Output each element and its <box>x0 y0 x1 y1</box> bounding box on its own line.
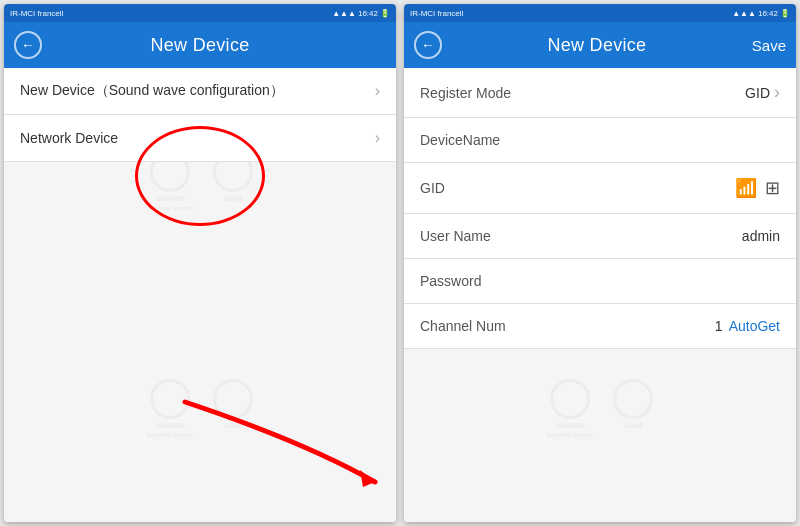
right-signal: ▲▲▲ <box>732 9 756 18</box>
right-title-bar: ← New Device Save <box>404 22 796 68</box>
wifi-icon[interactable]: 📶 <box>735 177 757 199</box>
right-watermark-sam2: SAM <box>613 379 653 438</box>
register-mode-value-group: GID › <box>745 82 780 103</box>
menu-item-sound-wave-chevron: › <box>375 82 380 100</box>
right-content: GUARD Security System SAM GUARD Security… <box>404 68 796 522</box>
device-name-label: DeviceName <box>420 132 500 148</box>
form-row-password[interactable]: Password <box>404 259 796 304</box>
form-row-gid[interactable]: GID 📶 ⊞ <box>404 163 796 214</box>
form-row-device-name[interactable]: DeviceName <box>404 118 796 163</box>
left-battery: 🔋 <box>380 9 390 18</box>
right-panel: IR-MCI francell ▲▲▲ 16:42 🔋 ← New Device… <box>404 4 796 522</box>
left-carrier: IR-MCI francell <box>10 9 63 18</box>
menu-item-sound-wave-label: New Device（Sound wave configuration） <box>20 82 284 100</box>
form-row-user-name[interactable]: User Name admin <box>404 214 796 259</box>
left-signal: ▲▲▲ <box>332 9 356 18</box>
menu-item-sound-wave[interactable]: New Device（Sound wave configuration） › <box>4 68 396 115</box>
channel-num-value: 1 <box>715 318 723 334</box>
user-name-label: User Name <box>420 228 491 244</box>
left-watermark-row2: GUARD Security System SAM <box>147 379 254 438</box>
channel-num-value-group: 1 AutoGet <box>715 318 780 334</box>
right-carrier: IR-MCI francell <box>410 9 463 18</box>
right-status-bar: IR-MCI francell ▲▲▲ 16:42 🔋 <box>404 4 796 22</box>
left-time: 16:42 <box>358 9 378 18</box>
right-watermark-row2: GUARD Security System SAM <box>547 379 654 438</box>
menu-item-network-device-label: Network Device <box>20 130 118 146</box>
right-back-icon: ← <box>421 37 435 53</box>
red-arrow <box>4 322 396 522</box>
menu-item-network-device-chevron: › <box>375 129 380 147</box>
left-watermark-sam2: SAM <box>213 379 253 438</box>
right-status-left: IR-MCI francell <box>410 9 463 18</box>
menu-item-network-device[interactable]: Network Device › <box>4 115 396 162</box>
right-status-right: ▲▲▲ 16:42 🔋 <box>732 9 790 18</box>
svg-marker-0 <box>360 470 375 487</box>
left-title-bar: ← New Device <box>4 22 396 68</box>
left-back-icon: ← <box>21 37 35 53</box>
user-name-value: admin <box>742 228 780 244</box>
password-label: Password <box>420 273 481 289</box>
left-title: New Device <box>42 35 358 56</box>
register-mode-label: Register Mode <box>420 85 511 101</box>
left-status-bar: IR-MCI francell ▲▲▲ 16:42 🔋 <box>4 4 396 22</box>
left-status-right: ▲▲▲ 16:42 🔋 <box>332 9 390 18</box>
left-panel: IR-MCI francell ▲▲▲ 16:42 🔋 ← New Device… <box>4 4 396 522</box>
right-back-button[interactable]: ← <box>414 31 442 59</box>
autoget-button[interactable]: AutoGet <box>729 318 780 334</box>
register-mode-value: GID <box>745 85 770 101</box>
channel-num-label: Channel Num <box>420 318 506 334</box>
left-status-left: IR-MCI francell <box>10 9 63 18</box>
gid-icons-group: 📶 ⊞ <box>727 177 780 199</box>
right-time: 16:42 <box>758 9 778 18</box>
right-battery: 🔋 <box>780 9 790 18</box>
right-watermark-guard2: GUARD Security System <box>547 379 594 438</box>
form-row-channel-num[interactable]: Channel Num 1 AutoGet <box>404 304 796 349</box>
save-button[interactable]: Save <box>752 37 786 54</box>
form-row-register-mode[interactable]: Register Mode GID › <box>404 68 796 118</box>
gid-label: GID <box>420 180 445 196</box>
qr-icon[interactable]: ⊞ <box>765 177 780 199</box>
register-mode-chevron-icon: › <box>774 82 780 103</box>
left-watermark-guard2: GUARD Security System <box>147 379 194 438</box>
left-content: GUARD Security System SAM GUARD Security… <box>4 68 396 522</box>
left-back-button[interactable]: ← <box>14 31 42 59</box>
right-title: New Device <box>442 35 752 56</box>
